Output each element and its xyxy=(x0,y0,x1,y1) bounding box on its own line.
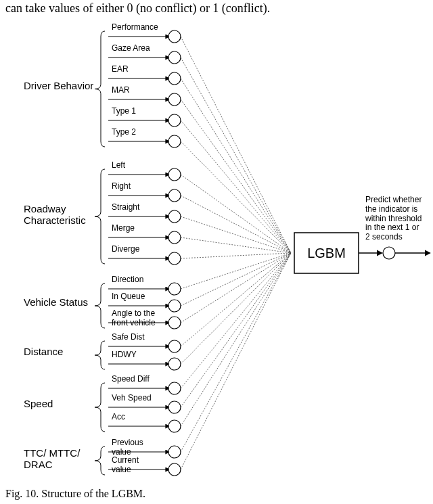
model-label: LGBM xyxy=(307,246,346,260)
connection-line xyxy=(181,253,291,289)
input-node xyxy=(168,210,181,223)
connection-line xyxy=(181,78,291,253)
group-brace xyxy=(95,169,105,264)
input-node xyxy=(168,72,181,85)
input-node xyxy=(168,51,181,64)
input-node xyxy=(168,300,181,312)
group-brace xyxy=(95,31,105,147)
input-node xyxy=(168,358,181,370)
context-text: can take values of either 0 (no conflict… xyxy=(5,1,270,16)
svg-text:Type 2: Type 2 xyxy=(112,127,136,137)
output-description: Predict whetherthe indicator iswithin th… xyxy=(365,195,421,242)
group-brace xyxy=(95,383,105,432)
svg-text:Safe Dist: Safe Dist xyxy=(112,332,145,342)
svg-text:Right: Right xyxy=(112,181,131,191)
svg-text:Acc: Acc xyxy=(112,412,125,421)
connection-line xyxy=(181,237,291,253)
connection-line xyxy=(181,216,291,253)
connection-line xyxy=(181,196,291,253)
connection-line xyxy=(181,99,291,253)
connection-line xyxy=(181,253,291,346)
svg-text:MAR: MAR xyxy=(112,85,130,95)
svg-text:Gaze Area: Gaze Area xyxy=(112,43,150,53)
connection-line xyxy=(181,253,291,469)
connection-line xyxy=(181,253,291,258)
input-node xyxy=(168,93,181,106)
connection-line xyxy=(181,253,291,323)
svg-text:Angle to thefront vehicle: Angle to thefront vehicle xyxy=(112,308,156,327)
connection-line xyxy=(181,253,291,452)
input-node xyxy=(168,317,181,329)
svg-text:In Queue: In Queue xyxy=(112,292,145,301)
input-node xyxy=(168,189,181,202)
svg-text:Left: Left xyxy=(112,160,126,170)
input-node xyxy=(168,401,181,413)
svg-text:Speed Diff: Speed Diff xyxy=(112,374,150,384)
input-node xyxy=(168,446,181,458)
lgbm-structure-diagram: PerformanceGaze AreaEARMARType 1Type 2Dr… xyxy=(0,16,433,486)
input-node xyxy=(168,283,181,295)
svg-text:Vehicle Status: Vehicle Status xyxy=(24,296,88,308)
connection-line xyxy=(181,37,291,253)
diagram-container: PerformanceGaze AreaEARMARType 1Type 2Dr… xyxy=(0,16,433,486)
group-brace xyxy=(95,446,105,475)
svg-text:Diverge: Diverge xyxy=(112,244,140,254)
connection-line xyxy=(181,120,291,253)
connection-line xyxy=(181,175,291,253)
figure-caption: Fig. 10. Structure of the LGBM. xyxy=(5,488,145,500)
svg-text:Type 1: Type 1 xyxy=(112,106,136,116)
input-node xyxy=(168,252,181,265)
svg-text:HDWY: HDWY xyxy=(112,350,137,359)
connection-line xyxy=(181,58,291,253)
group-brace xyxy=(95,341,105,369)
output-node xyxy=(383,247,395,259)
connection-line xyxy=(181,253,291,364)
svg-text:EAR: EAR xyxy=(112,64,129,74)
input-node xyxy=(168,168,181,181)
svg-text:Driver Behavior: Driver Behavior xyxy=(24,80,93,91)
svg-text:Performance: Performance xyxy=(112,22,158,32)
input-node xyxy=(168,463,181,476)
input-node xyxy=(168,30,181,43)
input-node xyxy=(168,135,181,147)
input-node xyxy=(168,114,181,127)
connection-line xyxy=(181,253,291,426)
input-node xyxy=(168,382,181,394)
svg-text:Merge: Merge xyxy=(112,223,135,233)
connection-line xyxy=(181,141,291,253)
svg-text:Veh Speed: Veh Speed xyxy=(112,393,152,403)
svg-text:Straight: Straight xyxy=(112,202,140,212)
svg-text:Previousvalue: Previousvalue xyxy=(112,438,143,457)
connection-line xyxy=(181,253,291,388)
svg-text:Distance: Distance xyxy=(24,346,63,357)
input-node xyxy=(168,340,181,352)
svg-text:Direction: Direction xyxy=(112,275,143,284)
svg-text:Currentvalue: Currentvalue xyxy=(112,455,139,474)
connection-line xyxy=(181,253,291,407)
input-node xyxy=(168,231,181,244)
svg-text:RoadwayCharacteristic: RoadwayCharacteristic xyxy=(24,203,86,226)
input-node xyxy=(168,420,181,432)
svg-text:Speed: Speed xyxy=(24,398,53,409)
group-brace xyxy=(95,283,105,328)
svg-text:TTC/ MTTC/DRAC: TTC/ MTTC/DRAC xyxy=(24,447,81,470)
